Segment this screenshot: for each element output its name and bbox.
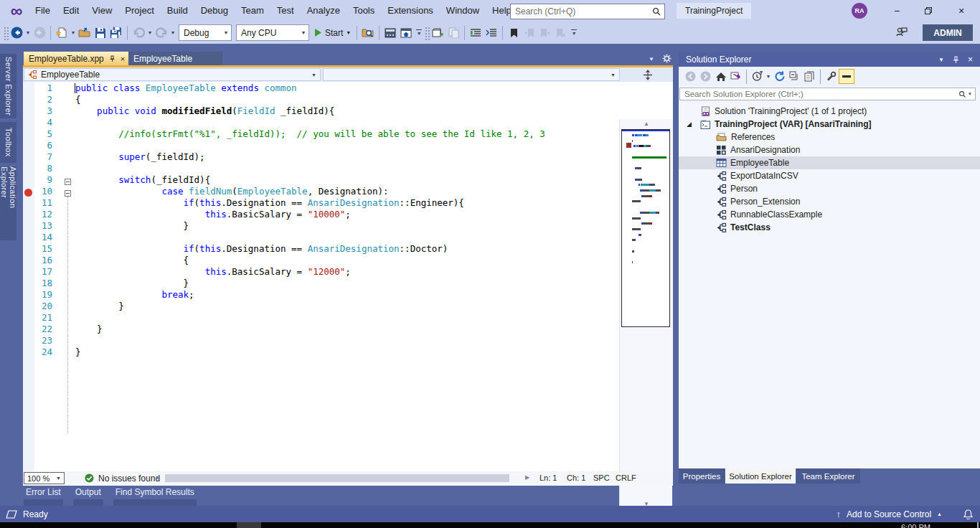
bottom-tab-find-symbol-results[interactable]: Find Symbol Results	[113, 487, 197, 506]
code-line[interactable]: 9 switch(_fieldId){	[23, 174, 545, 186]
fold-collapse-box[interactable]	[65, 190, 71, 197]
solution-search-input[interactable]	[680, 90, 958, 98]
refresh-icon[interactable]	[772, 69, 787, 84]
platform-dropdown[interactable]: Any CPU▼	[236, 24, 309, 41]
home-window-icon[interactable]	[398, 25, 414, 41]
home-icon[interactable]	[713, 69, 728, 84]
issues-status-text[interactable]: No issues found	[98, 473, 160, 484]
menu-test[interactable]: Test	[270, 0, 301, 22]
bottom-tab-output[interactable]: Output	[73, 487, 103, 506]
tree-item-person[interactable]: Person	[679, 182, 980, 195]
add-item-icon[interactable]	[430, 25, 446, 41]
nav-type-dropdown[interactable]: EmployeeTable ▼	[24, 68, 321, 81]
taskbar-app-indicator[interactable]	[237, 522, 261, 528]
notifications-bell-icon[interactable]	[963, 509, 973, 519]
bookmark-next-icon[interactable]	[537, 25, 553, 41]
code-line[interactable]: 23	[23, 335, 545, 346]
tab-employeetable-xpp[interactable]: EmployeeTable.xpp ×	[24, 52, 128, 65]
close-tab-icon[interactable]: ×	[121, 55, 125, 63]
code-line[interactable]: 16 {	[23, 255, 545, 266]
pin-icon[interactable]	[109, 55, 116, 62]
debug-config-dropdown[interactable]: Debug▼	[179, 24, 232, 41]
code-line[interactable]: 11 if(this.Designation == AnsariDesignat…	[23, 197, 545, 209]
zoom-level-dropdown[interactable]: 100 % ▼	[24, 472, 65, 484]
chevron-down-icon[interactable]: ▼	[169, 25, 176, 41]
code-line[interactable]: 13 }	[23, 220, 545, 232]
code-line[interactable]: 20 }	[23, 301, 545, 312]
bottom-tab-error-list[interactable]: Error List	[24, 487, 63, 506]
close-button[interactable]: ×	[946, 0, 977, 22]
tree-item-trainingproject-var-ansaritraining[interactable]: ◢TrainingProject (VAR) [AnsariTraining]	[679, 118, 980, 131]
panel-tab-properties[interactable]: Properties	[679, 468, 725, 484]
chevron-up-icon[interactable]: ▲	[937, 512, 942, 517]
add-to-source-control-button[interactable]: Add to Source Control	[847, 509, 931, 519]
quick-search-box[interactable]	[510, 4, 665, 19]
chevron-down-icon[interactable]: ▼	[24, 25, 32, 41]
code-line[interactable]: 6	[23, 140, 545, 151]
menu-debug[interactable]: Debug	[194, 0, 235, 22]
scroll-up-icon[interactable]: ▲	[620, 119, 673, 128]
copy-icon[interactable]	[446, 25, 461, 41]
pending-filter-icon[interactable]	[750, 69, 765, 84]
avatar[interactable]: RA	[852, 3, 867, 19]
scroll-right-icon[interactable]: ▶	[525, 474, 529, 481]
code-line[interactable]: 15 if(this.Designation == AnsariDesignat…	[23, 243, 545, 255]
show-desktop-divider[interactable]	[977, 522, 979, 528]
horizontal-scrollbar[interactable]	[164, 473, 544, 484]
code-line[interactable]: 21	[23, 312, 545, 324]
code-line[interactable]: 24}	[23, 346, 545, 358]
minimap-viewport[interactable]	[621, 129, 670, 327]
format-indent-2-icon[interactable]	[484, 25, 499, 41]
dock-tab-server-explorer[interactable]: Server Explorer	[0, 54, 17, 118]
find-in-files-icon[interactable]	[360, 25, 376, 41]
code-line[interactable]: 14	[23, 232, 545, 243]
menu-project[interactable]: Project	[118, 0, 160, 22]
start-button[interactable]: Start▼	[311, 25, 354, 41]
code-line[interactable]: 19 break;	[23, 289, 545, 301]
save-all-icon[interactable]	[108, 25, 124, 41]
solution-explorer-title-bar[interactable]: Solution Explorer ▼ ×	[679, 52, 980, 67]
dock-tab-toolbox[interactable]: Toolbox	[0, 122, 17, 163]
menu-team[interactable]: Team	[235, 0, 270, 22]
tab-employeetable[interactable]: EmployeeTable	[128, 52, 222, 65]
code-line[interactable]: 3 public void modifiedField(FieldId _fie…	[23, 105, 545, 117]
scroll-left-icon[interactable]: ◀	[155, 474, 159, 481]
toolbar-grip[interactable]	[424, 26, 430, 40]
background-tasks-icon[interactable]	[6, 510, 17, 519]
quick-search-input[interactable]	[511, 6, 652, 16]
menu-build[interactable]: Build	[161, 0, 194, 22]
se-back-icon[interactable]	[683, 69, 698, 84]
bookmark-clear-icon[interactable]	[553, 25, 569, 41]
tree-item-exportdataincsv[interactable]: ExportDataInCSV	[679, 169, 980, 182]
tree-item-references[interactable]: References	[679, 131, 980, 143]
code-line[interactable]: 4	[23, 117, 545, 128]
tree-item-testclass[interactable]: TestClass	[679, 221, 980, 234]
fold-collapse-box[interactable]	[65, 179, 71, 185]
scrollbar-thumb[interactable]	[165, 474, 509, 482]
wrench-icon[interactable]	[824, 69, 839, 84]
menu-view[interactable]: View	[85, 0, 118, 22]
save-icon[interactable]	[93, 25, 108, 41]
admin-button[interactable]: ADMIN	[923, 24, 973, 41]
properties-pages-icon[interactable]	[802, 69, 817, 84]
collapse-all-icon[interactable]	[787, 69, 802, 84]
open-file-icon[interactable]	[77, 25, 93, 41]
feedback-icon[interactable]	[895, 26, 908, 38]
immediate-window-icon[interactable]	[382, 25, 398, 41]
menu-window[interactable]: Window	[440, 0, 486, 22]
menu-analyze[interactable]: Analyze	[301, 0, 347, 22]
redo-icon[interactable]	[154, 25, 169, 41]
code-line[interactable]: 8	[23, 163, 545, 174]
nav-back-icon[interactable]	[9, 25, 24, 41]
format-indent-icon[interactable]	[468, 25, 484, 41]
toolbar-overflow-icon[interactable]: ▼	[414, 25, 424, 41]
code-line[interactable]: 2{	[23, 94, 545, 105]
tree-item-person-extension[interactable]: Person_Extension	[679, 195, 980, 208]
bookmark-icon[interactable]	[506, 25, 522, 41]
toolbar-overflow-icon[interactable]: ▼	[569, 25, 579, 41]
close-icon[interactable]: ×	[968, 55, 973, 65]
tree-item-runnableclassexample[interactable]: RunnableClassExample	[679, 208, 980, 221]
menu-file[interactable]: File	[29, 0, 57, 22]
code-line[interactable]: 17 this.BasicSalary = "12000";	[23, 266, 545, 278]
nav-forward-icon[interactable]	[32, 25, 47, 41]
